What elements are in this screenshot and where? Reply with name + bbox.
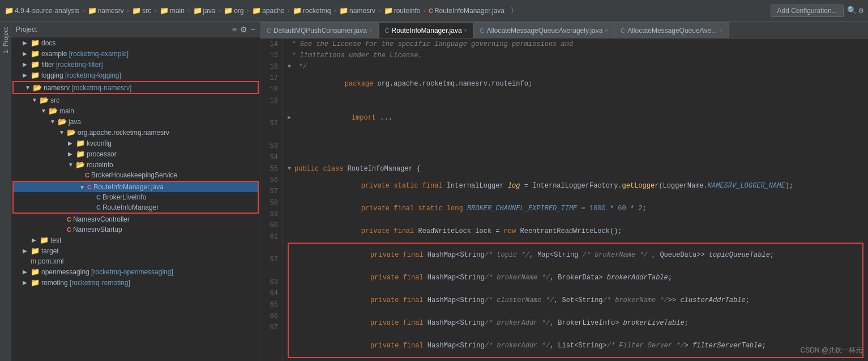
tree-item-brokerlivein[interactable]: C BrokerLiveInfo — [14, 192, 258, 202]
tree-item-org[interactable]: ▼ 📂 org.apache.rocketmq.namesrv — [11, 127, 260, 138]
tree-item-main[interactable]: ▼ 📂 main — [11, 105, 260, 116]
code-line-54: private static final InternalLogger log … — [288, 175, 863, 197]
breadcrumb-file[interactable]: C RouteInfoManager.java — [429, 7, 504, 15]
java-class-icon: C — [85, 172, 89, 179]
search-icon[interactable]: 🔍 — [847, 6, 857, 15]
sep4: › — [187, 7, 191, 14]
tab-routeinfomanager[interactable]: C RouteInfoManager.java × — [379, 22, 474, 38]
tree-item-docs[interactable]: ▶ 📁 docs — [11, 37, 260, 48]
breadcrumb-main[interactable]: 📁 main — [160, 6, 185, 15]
breadcrumb-src[interactable]: 📁 src — [132, 6, 151, 15]
panel-gear-icon[interactable]: ⚙ — [240, 25, 247, 34]
breadcrumb-namesrv2[interactable]: 📁 namesrv — [339, 6, 375, 15]
tree-label: pom.xml — [38, 257, 63, 265]
tree-item-pom[interactable]: m pom.xml — [11, 256, 260, 266]
tree-arrow: ▶ — [68, 140, 75, 146]
project-tab-label[interactable]: 1: Project — [2, 27, 9, 53]
tree-label: test — [50, 236, 61, 244]
folder-open-icon: 📂 — [58, 117, 67, 126]
tab-close-icon[interactable]: × — [605, 27, 608, 33]
tree-item-routeinfo[interactable]: ▼ 📂 routeinfo — [11, 159, 260, 170]
project-panel-title: Project — [16, 26, 232, 33]
tree-label: target — [41, 247, 59, 255]
sep8: › — [333, 7, 337, 14]
folder-open-icon: 📂 — [49, 107, 58, 115]
sep3: › — [153, 7, 157, 14]
tree-item-routeinfomanager[interactable]: ▼ C RouteInfoManager.java — [14, 182, 258, 192]
panel-sort-icon[interactable]: ≡ — [232, 25, 237, 34]
breadcrumb-root[interactable]: 📁 4.9.4-source-analysis — [5, 6, 79, 15]
folder-icon: 📁 — [31, 60, 40, 69]
tab-allocate1[interactable]: C AllocateMessageQueueAveragely.java × — [473, 22, 614, 38]
tree-item-openmessaging[interactable]: ▶ 📁 openmessaging [rocketmq-openmessagin… — [11, 266, 260, 277]
folder-icon: 📁 — [224, 6, 233, 15]
sidebar-vertical-tab[interactable]: 1: Project — [0, 22, 11, 361]
tree-item-remoting[interactable]: ▶ 📁 remoting [rocketmq-remoting] — [11, 277, 260, 288]
tree-item-processor[interactable]: ▶ 📁 processor — [11, 148, 260, 159]
tree-arrow: ▼ — [41, 108, 48, 114]
tree-item-target[interactable]: ▶ 📁 target — [11, 245, 260, 256]
tab-defaultmqpushconsumer[interactable]: C DefaultMQPushConsumer.java × — [260, 22, 379, 38]
toolbar-icons: 🔍 ⚙ — [847, 6, 863, 15]
tab-close-icon[interactable]: × — [719, 27, 722, 33]
java-class-icon: C — [96, 194, 101, 201]
panel-close-icon[interactable]: − — [251, 25, 255, 34]
settings-icon[interactable]: ⚙ — [859, 6, 863, 15]
tree-label: example [rocketmq-example] — [41, 50, 129, 58]
code-content[interactable]: * See the License for the specific langu… — [283, 39, 868, 361]
tree-arrow: ▶ — [23, 50, 29, 57]
tree-item-kvconfig[interactable]: ▶ 📁 kvconfig — [11, 138, 260, 148]
tree-item-example[interactable]: ▶ 📁 example [rocketmq-example] — [11, 48, 260, 59]
breadcrumb-org[interactable]: 📁 org — [224, 6, 243, 15]
tree-item-namesrvstartup[interactable]: C NamesrvStartup — [11, 224, 260, 235]
tree-arrow: ▼ — [50, 118, 57, 125]
sep2: › — [126, 7, 130, 14]
tab-label: AllocateMessageQueueAveragely.java — [486, 27, 602, 35]
breadcrumb-rocketmq[interactable]: 📁 rocketmq — [293, 6, 331, 15]
tree-item-filter[interactable]: ▶ 📁 filter [rocketmq-filter] — [11, 59, 260, 70]
tree-label: remoting [rocketmq-remoting] — [41, 279, 130, 287]
tree-item-logging[interactable]: ▶ 📁 logging [rocketmq-logging] — [11, 70, 260, 80]
tree-item-src[interactable]: ▼ 📂 src — [11, 95, 260, 105]
folder-open-icon: 📂 — [67, 128, 76, 137]
tree-label: src — [50, 96, 59, 104]
folder-icon: 📁 — [252, 6, 261, 15]
tree-item-routeinfomanager-class[interactable]: C RouteInfoManager — [14, 202, 258, 213]
folder-icon: 📁 — [31, 267, 40, 276]
tree-item-namesrvcontroller[interactable]: C NamesrvController — [11, 214, 260, 224]
add-configuration-button[interactable]: Add Configuration... — [771, 5, 843, 17]
code-text: * limitations under the License. — [288, 50, 422, 61]
code-editor[interactable]: 14 15 16 17 18 19 52 53 54 55 56 57 58 5… — [260, 39, 868, 361]
tree-item-brokerhousekeeping[interactable]: C BrokerHousekeepingService — [11, 170, 260, 180]
tree-item-java[interactable]: ▼ 📂 java — [11, 116, 260, 127]
code-line-53: ▼ public class RouteInfoManager { — [288, 163, 863, 175]
tree-item-test[interactable]: ▶ 📁 test — [11, 235, 260, 245]
bc-routeinfo: routeinfo — [394, 7, 421, 15]
main-layout: 1: Project Project ≡ ⚙ − ▶ 📁 docs ▶ — [0, 22, 868, 361]
folder-icon: 📁 — [31, 49, 40, 58]
tree-arrow: ▼ — [32, 97, 39, 103]
tree-arrow: ▶ — [23, 269, 29, 275]
editor-area: C DefaultMQPushConsumer.java × C RouteIn… — [260, 22, 868, 361]
tab-close-icon[interactable]: × — [464, 27, 468, 33]
tree-arrow: ▶ — [32, 237, 39, 243]
tree-arrow: ▶ — [23, 72, 29, 78]
tree-label: BrokerLiveInfo — [102, 193, 146, 201]
breadcrumb-apache[interactable]: 📁 apache — [252, 6, 284, 15]
bc-namesrv2: namesrv — [349, 7, 375, 15]
folder-icon: 📁 — [160, 6, 169, 15]
breadcrumb-java[interactable]: 📁 java — [193, 6, 216, 15]
code-line-62 — [288, 358, 863, 361]
tree-arrow: ▶ — [23, 40, 29, 46]
folder-icon: 📁 — [31, 39, 40, 47]
folder-open-icon: 📂 — [40, 96, 49, 104]
breadcrumb-namesrv[interactable]: 📁 namesrv — [88, 6, 124, 15]
code-gap — [288, 129, 863, 141]
breadcrumb-routeinfo[interactable]: 📁 routeinfo — [384, 6, 421, 15]
folder-icon: 📁 — [31, 71, 40, 79]
tree-item-namesrv[interactable]: ▼ 📂 namesrv [rocketmq-namesrv] — [14, 82, 258, 93]
code-gap2 — [288, 152, 863, 163]
tab-close-icon[interactable]: × — [369, 27, 373, 33]
tab-allocate2[interactable]: C AllocateMessageQueueAve... × — [614, 22, 729, 38]
code-line-61: private final HashMap<String/* brokerAdd… — [289, 334, 862, 357]
